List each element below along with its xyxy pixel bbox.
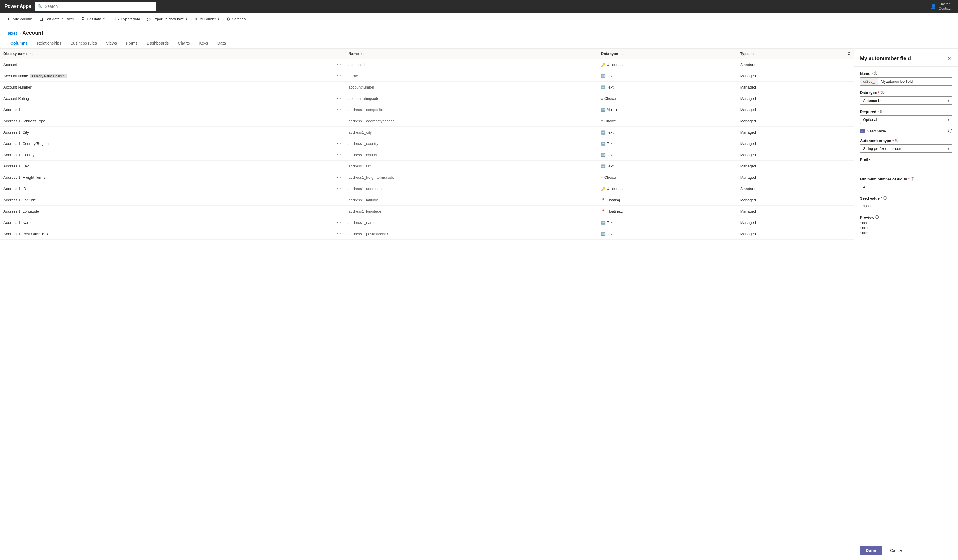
data-type-select-wrapper: Autonumber ▾ xyxy=(860,96,952,105)
cell-dots-menu[interactable]: ··· xyxy=(333,82,345,93)
cell-name: accountid xyxy=(345,59,598,70)
table-row[interactable]: Address 1: County···address1_county🔤Text… xyxy=(0,149,854,160)
export-lake-button[interactable]: ◎ Export to data lake ▾ xyxy=(144,15,190,23)
cell-dots-menu[interactable]: ··· xyxy=(333,183,345,194)
cell-name: address1_freighttermscode xyxy=(345,172,598,183)
cell-dots-menu[interactable]: ··· xyxy=(333,59,345,70)
table-row[interactable]: Account···accountid🔑Unique ...Standard xyxy=(0,59,854,70)
cancel-button[interactable]: Cancel xyxy=(884,546,909,555)
edit-excel-button[interactable]: ⊞ Edit data in Excel xyxy=(36,15,77,23)
env-icon: 👤 xyxy=(931,4,936,9)
cell-type: Managed xyxy=(737,127,844,138)
seed-value-input[interactable] xyxy=(860,202,952,210)
table-row[interactable]: Address 1···address1_composite🔤Multilin.… xyxy=(0,104,854,116)
search-box[interactable]: 🔍 xyxy=(35,2,156,11)
preview-info-icon[interactable]: ⓘ xyxy=(875,215,879,220)
done-button[interactable]: Done xyxy=(860,546,882,555)
tab-columns[interactable]: Columns xyxy=(6,38,32,48)
export-data-button[interactable]: ↦ Export data xyxy=(113,15,143,23)
tab-keys[interactable]: Keys xyxy=(195,38,213,48)
ai-builder-button[interactable]: ✦ AI Builder ▾ xyxy=(192,15,222,23)
table-row[interactable]: Address 1: Name···address1_name🔤TextMana… xyxy=(0,217,854,228)
table-row[interactable]: Address 1: Longitude···address1_longitud… xyxy=(0,206,854,217)
panel-close-button[interactable]: × xyxy=(947,54,952,63)
table-row[interactable]: Address 1: Latitude···address1_latitude📍… xyxy=(0,194,854,206)
cell-dots-menu[interactable]: ··· xyxy=(333,104,345,116)
table-row[interactable]: Address 1: City···address1_city🔤TextMana… xyxy=(0,127,854,138)
min-digits-input[interactable] xyxy=(860,183,952,191)
cell-dots-menu[interactable]: ··· xyxy=(333,138,345,149)
cell-type: Managed xyxy=(737,93,844,104)
col-header-name[interactable]: Name ↑↓ xyxy=(345,49,598,59)
md-info-icon[interactable]: ⓘ xyxy=(911,177,914,182)
cell-dots-menu[interactable]: ··· xyxy=(333,194,345,206)
sv-info-icon[interactable]: ⓘ xyxy=(883,196,887,201)
req-info-icon[interactable]: ⓘ xyxy=(880,109,883,114)
autonumber-type-select[interactable]: String prefixed number Date prefixed num… xyxy=(860,144,952,153)
table-row[interactable]: Account NamePrimary Name Column···name🔤T… xyxy=(0,70,854,82)
search-input[interactable] xyxy=(45,4,153,9)
name-input-group: cr25d_ Myautonumberfield xyxy=(860,77,952,86)
searchable-checkbox[interactable]: ✓ xyxy=(860,129,864,133)
search-icon: 🔍 xyxy=(38,4,43,9)
table-row[interactable]: Address 1: Post Office Box···address1_po… xyxy=(0,228,854,240)
table-row[interactable]: Account Number···accountnumber🔤TextManag… xyxy=(0,82,854,93)
required-select[interactable]: Optional Business required Business reco… xyxy=(860,116,952,124)
cell-dots-menu[interactable]: ··· xyxy=(333,70,345,82)
top-bar-right: 👤 Environ... Conto... xyxy=(931,2,953,10)
table-row[interactable]: Address 1: Fax···address1_fax🔤TextManage… xyxy=(0,160,854,172)
cell-dots-menu[interactable]: ··· xyxy=(333,206,345,217)
table-row[interactable]: Address 1: Freight Terms···address1_frei… xyxy=(0,172,854,183)
cell-dots-menu[interactable]: ··· xyxy=(333,172,345,183)
cell-dots-menu[interactable]: ··· xyxy=(333,160,345,172)
cell-dots-menu[interactable]: ··· xyxy=(333,217,345,228)
name-value[interactable]: Myautonumberfield xyxy=(878,78,952,85)
breadcrumb-tables[interactable]: Tables xyxy=(6,31,17,36)
cell-name: accountratingcode xyxy=(345,93,598,104)
cell-dots-menu[interactable]: ··· xyxy=(333,93,345,104)
export-lake-chevron: ▾ xyxy=(186,17,187,21)
table-row[interactable]: Account Rating···accountratingcode≡Choic… xyxy=(0,93,854,104)
cell-dots-menu[interactable]: ··· xyxy=(333,127,345,138)
col-header-display-name[interactable]: Display name ↑↓ xyxy=(0,49,333,59)
col-header-type[interactable]: Type ↑↓ xyxy=(737,49,844,59)
settings-button[interactable]: ⚙ Settings xyxy=(224,15,248,23)
get-data-button[interactable]: 🗄 Get data ▾ xyxy=(78,15,108,22)
table-row[interactable]: Address 1: ID···address1_addressid🔑Uniqu… xyxy=(0,183,854,194)
cell-display-name: Address 1: Country/Region xyxy=(0,138,333,149)
cell-type: Managed xyxy=(737,194,844,206)
cell-c xyxy=(844,104,854,116)
name-field-group: Name * ⓘ cr25d_ Myautonumberfield xyxy=(860,71,952,86)
cell-data-type: 🔤Multilin... xyxy=(598,104,737,116)
tab-charts[interactable]: Charts xyxy=(173,38,194,48)
tab-views[interactable]: Views xyxy=(102,38,121,48)
cell-display-name: Address 1: Longitude xyxy=(0,206,333,217)
breadcrumb-sep: › xyxy=(19,31,21,36)
top-bar: Power Apps 🔍 👤 Environ... Conto... xyxy=(0,0,958,13)
at-info-icon[interactable]: ⓘ xyxy=(895,138,898,143)
required-select-wrapper: Optional Business required Business reco… xyxy=(860,116,952,124)
table-row[interactable]: Address 1: Address Type···address1_addre… xyxy=(0,116,854,127)
table-row[interactable]: Address 1: Country/Region···address1_cou… xyxy=(0,138,854,149)
searchable-info-icon[interactable]: ⓘ xyxy=(948,128,952,134)
tab-business-rules[interactable]: Business rules xyxy=(66,38,102,48)
preview-label: Preview ⓘ xyxy=(860,215,952,220)
cell-c xyxy=(844,93,854,104)
data-type-select[interactable]: Autonumber xyxy=(860,96,952,105)
col-header-data-type[interactable]: Data type ↑↓ xyxy=(598,49,737,59)
dt-info-icon[interactable]: ⓘ xyxy=(881,90,884,95)
add-column-button[interactable]: ＋ Add column xyxy=(3,15,35,23)
name-required: * xyxy=(871,71,873,76)
name-info-icon[interactable]: ⓘ xyxy=(874,71,877,76)
prefix-input[interactable] xyxy=(860,163,952,172)
cell-dots-menu[interactable]: ··· xyxy=(333,116,345,127)
cell-dots-menu[interactable]: ··· xyxy=(333,149,345,160)
cell-c xyxy=(844,149,854,160)
tab-relationships[interactable]: Relationships xyxy=(32,38,66,48)
tab-forms[interactable]: Forms xyxy=(121,38,142,48)
tab-data[interactable]: Data xyxy=(213,38,231,48)
cell-data-type: 🔤Text xyxy=(598,149,737,160)
cell-display-name: Address 1: Name xyxy=(0,217,333,228)
tab-dashboards[interactable]: Dashboards xyxy=(142,38,173,48)
cell-dots-menu[interactable]: ··· xyxy=(333,228,345,240)
